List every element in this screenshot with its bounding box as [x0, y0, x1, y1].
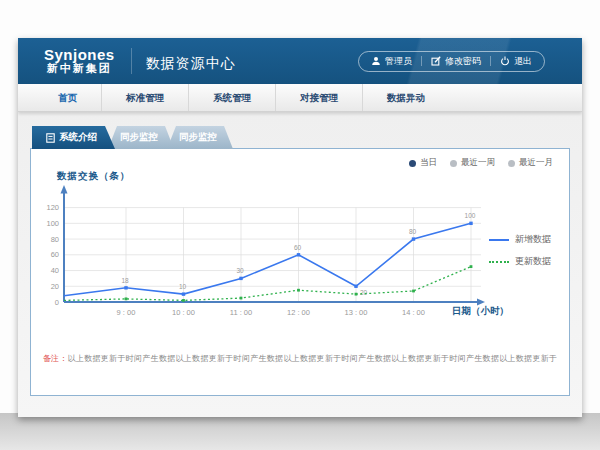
y-tick-label: 60 — [51, 250, 59, 259]
x-tick-label: 11 : 00 — [230, 308, 252, 317]
tab-label: 同步监控 — [179, 131, 217, 144]
chart-panel: 当日最近一周最近一月 数据交换（条） 0204060801001209 : 00… — [30, 148, 570, 396]
nav-item-interface-mgmt[interactable]: 对接管理 — [275, 84, 362, 111]
nav-item-standard-mgmt[interactable]: 标准管理 — [101, 84, 188, 111]
data-point-label: 30 — [236, 267, 244, 274]
main-nav: 首页标准管理系统管理对接管理数据异动 — [18, 84, 582, 112]
data-point — [354, 285, 357, 288]
data-point — [412, 237, 415, 240]
change-password-label: 修改密码 — [445, 55, 481, 68]
line-chart: 0204060801001209 : 0010 : 0011 : 0012 : … — [41, 183, 491, 335]
app-window: Synjones 新中新集团 数据资源中心 管理员 修改密码 — [18, 38, 582, 417]
toolbar-separator — [490, 56, 491, 66]
y-tick-label: 120 — [46, 203, 59, 212]
data-point — [124, 286, 127, 289]
logo: Synjones 新中新集团 — [44, 47, 115, 74]
content-area: 系统介绍同步监控同步监控 当日最近一周最近一月 数据交换（条） 02040608… — [18, 112, 582, 417]
header-divider — [131, 48, 132, 74]
data-point — [182, 299, 185, 302]
data-point-label: 18 — [121, 277, 129, 284]
bottom-band — [0, 413, 600, 450]
footnote-text: 以上数据更新于时间产生数据以上数据更新于时间产生数据以上数据更新于时间产生数据以… — [68, 354, 558, 363]
x-tick-label: 14 : 00 — [402, 308, 425, 317]
y-tick-label: 100 — [46, 219, 59, 228]
chart-legend: 新增数据更新数据 — [489, 233, 551, 268]
legend-label: 更新数据 — [515, 255, 551, 268]
tab-bar: 系统介绍同步监控同步监控 — [32, 126, 226, 149]
legend-item-new-data[interactable]: 新增数据 — [489, 233, 551, 246]
logout-button[interactable]: 退出 — [500, 55, 532, 68]
radio-dot — [508, 160, 515, 167]
radio-label: 最近一周 — [461, 157, 495, 169]
data-point — [297, 289, 300, 292]
radio-dot — [409, 160, 416, 167]
tab-label: 系统介绍 — [59, 131, 97, 144]
data-point — [412, 290, 415, 293]
data-point — [297, 253, 300, 256]
x-axis-title: 日期（小时） — [452, 305, 509, 318]
nav-item-home[interactable]: 首页 — [34, 84, 101, 111]
power-icon — [500, 56, 510, 66]
legend-swatch — [489, 239, 509, 241]
page-title: 数据资源中心 — [146, 55, 236, 73]
y-tick-label: 80 — [51, 235, 59, 244]
data-point-label: 80 — [409, 228, 417, 235]
x-tick-label: 12 : 00 — [287, 308, 310, 317]
tab-label: 同步监控 — [120, 131, 158, 144]
tab-system-intro[interactable]: 系统介绍 — [32, 126, 115, 149]
y-axis-title: 数据交换（条） — [57, 170, 131, 183]
toolbar-separator — [421, 56, 422, 66]
radio-label: 最近一月 — [519, 157, 553, 169]
data-point-label: 100 — [465, 212, 476, 219]
radio-dot — [450, 160, 457, 167]
data-point — [469, 222, 472, 225]
legend-swatch — [489, 261, 509, 263]
data-point — [240, 297, 243, 300]
nav-item-system-mgmt[interactable]: 系统管理 — [188, 84, 275, 111]
edit-icon — [431, 56, 441, 66]
data-point — [239, 277, 242, 280]
data-point-label: 60 — [294, 244, 302, 251]
y-tick-label: 40 — [51, 266, 59, 275]
change-password-button[interactable]: 修改密码 — [431, 55, 481, 68]
x-tick-label: 9 : 00 — [117, 308, 136, 317]
legend-label: 新增数据 — [515, 233, 551, 246]
document-icon — [46, 133, 55, 143]
user-toolbar: 管理员 修改密码 退出 — [358, 51, 545, 72]
logout-label: 退出 — [514, 55, 532, 68]
admin-user-button[interactable]: 管理员 — [371, 55, 412, 68]
data-point-label: 10 — [179, 283, 187, 290]
app-header: Synjones 新中新集团 数据资源中心 管理员 修改密码 — [18, 38, 582, 84]
y-tick-label: 20 — [51, 282, 59, 291]
data-point — [355, 293, 358, 296]
time-range-radios: 当日最近一周最近一月 — [409, 157, 553, 169]
logo-chinese: 新中新集团 — [44, 63, 115, 75]
tab-sync-monitor-2[interactable]: 同步监控 — [167, 126, 233, 149]
x-tick-label: 13 : 00 — [345, 308, 368, 317]
y-tick-label: 0 — [55, 298, 59, 307]
axis-tick-labels: 0204060801001209 : 0010 : 0011 : 0012 : … — [46, 203, 424, 317]
legend-item-update-data[interactable]: 更新数据 — [489, 255, 551, 268]
radio-today[interactable]: 当日 — [409, 157, 437, 169]
admin-user-label: 管理员 — [385, 55, 412, 68]
logo-english: Synjones — [44, 47, 115, 63]
radio-last-week[interactable]: 最近一周 — [450, 157, 495, 169]
data-point — [182, 292, 185, 295]
footnote: 备注：以上数据更新于时间产生数据以上数据更新于时间产生数据以上数据更新于时间产生… — [31, 353, 569, 364]
data-point — [470, 265, 473, 268]
x-tick-label: 10 : 00 — [172, 308, 195, 317]
radio-last-month[interactable]: 最近一月 — [508, 157, 553, 169]
user-icon — [371, 56, 381, 66]
radio-label: 当日 — [420, 157, 437, 169]
footnote-label: 备注： — [43, 354, 68, 363]
tab-sync-monitor-1[interactable]: 同步监控 — [108, 126, 174, 149]
data-point — [125, 297, 128, 300]
nav-item-data-change[interactable]: 数据异动 — [362, 84, 449, 111]
data-point-label: 20 — [360, 289, 368, 296]
